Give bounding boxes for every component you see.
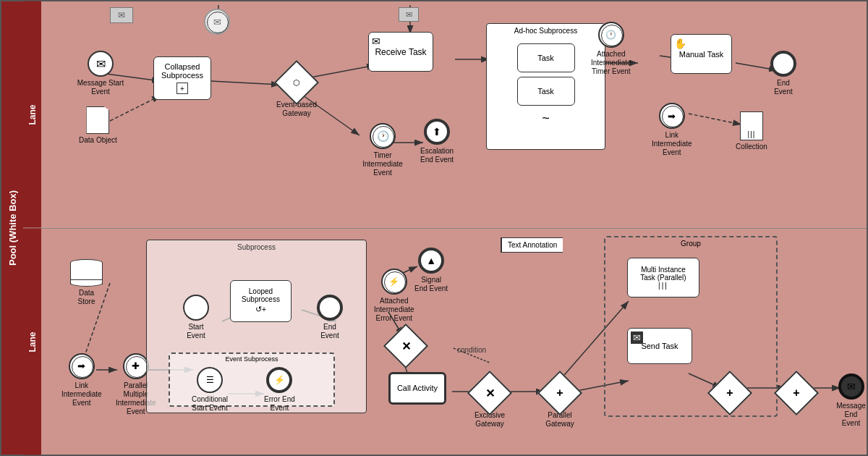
parallel-gateway: + ParallelGateway (544, 377, 576, 428)
timer-intermediate-event: 🕐 Timer Intermediate Event (354, 123, 412, 177)
lane-2-label: Lane (23, 229, 41, 455)
receive-task-flow-icon: ✉ (399, 7, 419, 22)
lane-2: Lane (23, 229, 867, 455)
receive-task: ✉ Receive Task (368, 32, 433, 72)
collection: ||| Collection (736, 111, 767, 151)
start-event-subprocess: StartEvent (183, 295, 209, 340)
svg-line-11 (689, 114, 741, 124)
message-start-event: ✉ Message Start Event (72, 51, 129, 96)
call-activity: Call Activity (388, 372, 446, 405)
data-store: DataStore (70, 259, 103, 306)
message-start-label: Message Start Event (72, 79, 129, 96)
collapsed-subprocess: CollapsedSubprocess + (153, 56, 211, 100)
lane-1-content: ✉ Message Start Event Data Object ✉ (41, 1, 867, 228)
message-end-event: ✉ MessageEnd Event (835, 373, 867, 428)
text-annotation: Text Annotation (501, 237, 563, 253)
event-based-gateway: ⬡ Event-basedGateway (276, 67, 317, 118)
multi-instance-task: Multi InstanceTask (Parallel) ||| (627, 258, 699, 297)
message-flow-top: ✉ (110, 7, 133, 23)
signal-end-event: ▲ SignalEnd Event (414, 248, 448, 293)
pool-label: Pool (White Box) (1, 1, 23, 455)
attached-timer-event: 🕐 AttachedIntermediateTimer Event (591, 22, 631, 76)
parallel-gateway-2: + (780, 377, 812, 409)
send-task: ✉ Send Task (627, 328, 692, 364)
exclusive-gateway-2: ✕ ExclusiveGateway (474, 377, 506, 428)
lane-1-label: Lane (23, 1, 41, 228)
pool: Pool (White Box) Lane (0, 0, 868, 456)
pool-content: Lane (23, 1, 867, 455)
condition-label: condition (457, 346, 486, 354)
exclusive-gateway-3: + (714, 377, 746, 409)
manual-task: ✋ Manual Task (671, 34, 732, 74)
attached-error-event: ⚡ AttachedIntermediateError Event (374, 269, 414, 323)
adhoc-subprocess: Ad-hoc Subprocess Task Task ~ (486, 23, 605, 150)
lane-2-content: DataStore ➡ LinkIntermediateEvent ✚ Para… (41, 229, 867, 455)
data-object: Data Object (79, 106, 117, 145)
error-end-event-subprocess: ⚡ Error EndEvent (264, 367, 295, 413)
end-event-lane1: EndEvent (770, 51, 796, 96)
lane-1: Lane (23, 1, 867, 229)
link-intermediate-lane1: ➡ LinkIntermediateEvent (652, 103, 692, 157)
looped-subprocess: LoopedSubprocess ↺+ (230, 280, 292, 322)
subprocess-container: Subprocess StartEvent LoopedSubprocess ↺… (146, 240, 367, 413)
message-flow-icon: ✉ (204, 9, 230, 35)
group: Group Multi InstanceTask (Parallel) ||| … (604, 236, 778, 417)
svg-line-4 (310, 65, 375, 77)
conditional-start-event: ☰ ConditionalStart Event (192, 367, 228, 413)
svg-line-3 (211, 81, 280, 85)
event-subprocess: Event Subprocess ☰ ConditionalStart Even… (169, 352, 335, 407)
link-intermediate-lane2: ➡ LinkIntermediateEvent (61, 353, 102, 408)
end-event-subprocess: EndEvent (317, 295, 343, 340)
exclusive-gateway-1: ✕ (390, 330, 422, 362)
escalation-end-event: ⬆ EscalationEnd Event (420, 119, 454, 164)
